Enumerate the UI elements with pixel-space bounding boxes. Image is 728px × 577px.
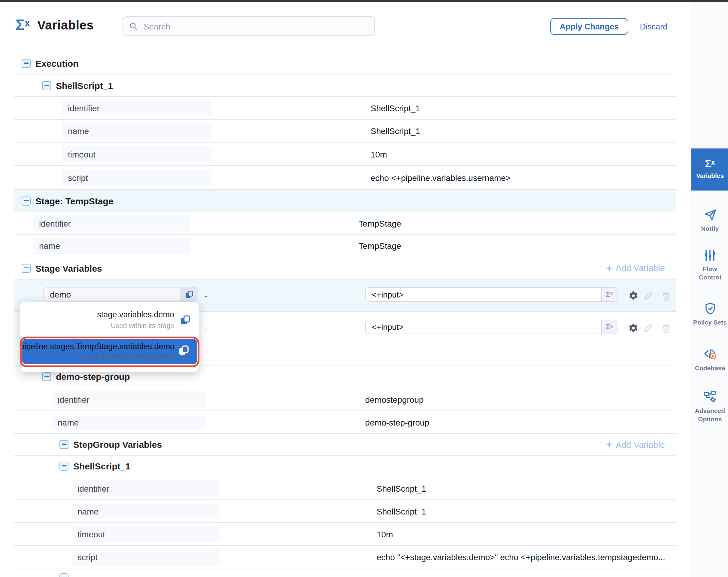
variable-path-popup: stage.variables.demo Used within its sta… bbox=[20, 302, 199, 372]
delete-button[interactable] bbox=[661, 290, 671, 301]
field-label: name bbox=[33, 238, 190, 254]
popup-item-title: stage.variables.demo bbox=[97, 310, 174, 319]
collapse-icon[interactable] bbox=[59, 573, 69, 577]
group-label: StepGroup Variables bbox=[73, 440, 162, 450]
add-variable-button[interactable]: + Add Variable bbox=[606, 263, 665, 273]
rail-label: Advanced Options bbox=[691, 407, 728, 423]
required-dash: - bbox=[204, 291, 207, 300]
collapse-icon[interactable] bbox=[22, 264, 31, 273]
popup-item-stage-scope[interactable]: stage.variables.demo Used within its sta… bbox=[20, 308, 199, 335]
page-title: Variables bbox=[37, 18, 94, 32]
plus-icon: + bbox=[606, 440, 612, 450]
rail-item-flow-control[interactable]: Flow Control bbox=[691, 244, 728, 286]
search-box[interactable] bbox=[123, 16, 375, 36]
settings-button[interactable] bbox=[628, 323, 639, 333]
variable-value-input[interactable]: <+input> Σˣ bbox=[365, 320, 618, 334]
sigma-x-icon: Σˣ bbox=[16, 18, 30, 32]
delete-button[interactable] bbox=[661, 323, 671, 333]
popup-item-subtitle: Used anywhere within pipeline bbox=[81, 353, 175, 360]
row-partial bbox=[14, 569, 676, 577]
discard-button[interactable]: Discard bbox=[640, 18, 667, 35]
add-variable-label: Add Variable bbox=[616, 263, 665, 273]
search-input[interactable] bbox=[142, 21, 368, 31]
copy-icon bbox=[178, 345, 189, 356]
collapse-icon[interactable] bbox=[42, 81, 51, 90]
collapse-icon[interactable] bbox=[22, 196, 31, 205]
field-label: identifier bbox=[72, 480, 220, 497]
copy-button[interactable] bbox=[180, 315, 190, 325]
sliders-icon bbox=[703, 249, 717, 262]
rail-label: Flow Control bbox=[691, 265, 728, 282]
field-value: demo-step-group bbox=[365, 418, 429, 427]
trash-icon bbox=[661, 323, 671, 333]
pencil-icon bbox=[643, 290, 653, 301]
gear-icon bbox=[628, 290, 639, 301]
row-execution: Execution bbox=[14, 52, 676, 75]
sigma-x-icon: Σˣ bbox=[705, 159, 715, 169]
popup-item-pipeline-scope[interactable]: pipeline.stages.TempStage.variables.demo… bbox=[22, 339, 197, 364]
window-top-bar bbox=[0, 0, 728, 2]
row-field: identifier TempStage bbox=[14, 212, 676, 235]
collapse-icon[interactable] bbox=[59, 440, 69, 449]
rail-label: Policy Sets bbox=[693, 319, 727, 327]
flow-gear-icon bbox=[703, 390, 717, 404]
rail-label: Notify bbox=[701, 225, 719, 233]
row-shellscript1: ShellScript_1 bbox=[14, 75, 676, 97]
shield-check-icon bbox=[703, 302, 717, 316]
field-label: timeout bbox=[72, 526, 220, 542]
group-label: ShellScript_1 bbox=[73, 461, 130, 471]
variable-value: <+input> bbox=[366, 323, 601, 331]
field-label: name bbox=[72, 503, 220, 519]
rail-label: Variables bbox=[696, 172, 724, 180]
row-field: identifier ShellScript_1 bbox=[14, 97, 676, 120]
group-label: ShellScript_1 bbox=[56, 80, 113, 91]
rail-item-policy-sets[interactable]: Policy Sets bbox=[691, 293, 728, 335]
field-value: TempStage bbox=[359, 241, 401, 251]
rail-item-variables[interactable]: Σˣ Variables bbox=[691, 148, 728, 191]
edit-button[interactable] bbox=[643, 290, 653, 301]
expression-button[interactable]: Σˣ bbox=[601, 320, 617, 333]
codebase-warning-icon bbox=[703, 347, 717, 361]
rail-item-codebase[interactable]: Codebase bbox=[691, 342, 728, 377]
field-label: identifier bbox=[62, 100, 212, 116]
row-field: script echo <+pipeline.variables.usernam… bbox=[14, 166, 676, 190]
variable-value-input[interactable]: <+input> Σˣ bbox=[365, 287, 618, 302]
field-value: ShellScript_1 bbox=[371, 103, 420, 113]
sigma-x-icon: Σˣ bbox=[606, 290, 613, 299]
collapse-icon[interactable] bbox=[59, 461, 69, 471]
gear-icon bbox=[628, 323, 639, 333]
copy-button[interactable] bbox=[180, 288, 198, 301]
expression-button[interactable]: Σˣ bbox=[601, 288, 617, 301]
row-field: name ShellScript_1 bbox=[14, 120, 676, 143]
paper-plane-icon bbox=[703, 208, 717, 222]
row-field: name TempStage bbox=[14, 235, 676, 257]
field-value: ShellScript_1 bbox=[376, 506, 426, 516]
field-value: demostepgroup bbox=[365, 395, 424, 404]
rail-item-notify[interactable]: Notify bbox=[691, 203, 728, 238]
rail-label: Codebase bbox=[695, 364, 725, 372]
field-value: ShellScript_1 bbox=[376, 483, 426, 493]
group-label: Stage Variables bbox=[35, 263, 102, 273]
copy-button[interactable] bbox=[178, 345, 189, 356]
apply-changes-button[interactable]: Apply Changes bbox=[550, 18, 628, 35]
row-field: identifier demostepgroup bbox=[14, 388, 676, 411]
add-variable-button[interactable]: + Add Variable bbox=[606, 440, 665, 450]
rail-item-advanced-options[interactable]: Advanced Options bbox=[691, 385, 728, 427]
pencil-icon bbox=[643, 323, 653, 333]
row-stage-header: Stage: TempStage bbox=[14, 190, 676, 212]
collapse-icon[interactable] bbox=[42, 372, 51, 381]
settings-button[interactable] bbox=[628, 290, 639, 301]
variable-name: demo bbox=[44, 290, 180, 299]
row-field: name demo-step-group bbox=[14, 411, 676, 434]
annotation-highlight bbox=[20, 336, 199, 367]
field-label: script bbox=[62, 170, 212, 186]
edit-button[interactable] bbox=[643, 323, 653, 333]
sigma-x-icon: Σˣ bbox=[606, 323, 613, 331]
collapse-icon[interactable] bbox=[22, 59, 31, 68]
field-value: TempStage bbox=[359, 219, 401, 228]
required-dash: - bbox=[204, 323, 207, 333]
search-icon bbox=[129, 22, 137, 31]
variable-name-input[interactable]: demo bbox=[43, 287, 198, 302]
field-value: ShellScript_1 bbox=[371, 126, 420, 136]
popup-item-title: pipeline.stages.TempStage.variables.demo bbox=[20, 342, 175, 351]
